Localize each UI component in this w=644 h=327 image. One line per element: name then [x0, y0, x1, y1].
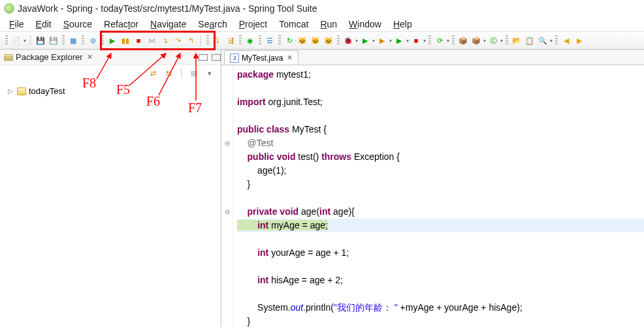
- drop-frame-button[interactable]: ⤵: [212, 35, 223, 46]
- link-editor-icon[interactable]: ⇆: [163, 67, 174, 79]
- toggle-button[interactable]: ▦: [67, 35, 79, 46]
- package-explorer-panel: Package Explorer ✕ ⇄ ⇆ ▤ ▾ ▷ todayTest: [0, 50, 221, 327]
- new-button[interactable]: 📄: [10, 35, 22, 46]
- package-explorer-title: Package Explorer: [16, 52, 83, 62]
- menu-help[interactable]: Help: [388, 18, 417, 31]
- menu-run[interactable]: Run: [315, 18, 342, 31]
- resume-button[interactable]: ▶: [106, 35, 118, 46]
- step-filter-button[interactable]: ⇶: [225, 35, 236, 46]
- project-folder-icon: [17, 87, 26, 95]
- svg-rect-1: [5, 54, 12, 56]
- relaunch-button[interactable]: ⟳: [434, 35, 445, 46]
- open-task-button[interactable]: 📋: [524, 35, 536, 46]
- coverage-button[interactable]: ▶: [393, 35, 405, 46]
- menu-window[interactable]: Window: [344, 18, 387, 31]
- code-content[interactable]: package mytest1; import org.junit.Test; …: [233, 65, 644, 327]
- tab-close-icon[interactable]: ✕: [287, 54, 293, 62]
- terminate-button[interactable]: ■: [133, 35, 144, 46]
- save-button[interactable]: 💾: [35, 35, 46, 46]
- package-explorer-toolbar: ⇄ ⇆ ▤ ▾: [0, 65, 221, 81]
- open-type-button[interactable]: 📂: [511, 35, 523, 46]
- maximize-icon[interactable]: [212, 54, 221, 61]
- editor-tab-label: MyTest.java: [242, 54, 283, 63]
- menu-edit[interactable]: Edit: [31, 18, 57, 31]
- main-area: Package Explorer ✕ ⇄ ⇆ ▤ ▾ ▷ todayTest J…: [0, 50, 644, 327]
- editor-tabs: J MyTest.java ✕: [221, 50, 644, 65]
- new-package-button[interactable]: 📦: [457, 35, 469, 46]
- step-return-button[interactable]: ↰: [185, 35, 197, 46]
- editor-tab[interactable]: J MyTest.java ✕: [224, 50, 298, 65]
- java-file-icon: J: [230, 54, 239, 63]
- project-node[interactable]: ▷ todayTest: [3, 85, 218, 97]
- menu-project[interactable]: Project: [234, 18, 273, 31]
- package-explorer-header: Package Explorer ✕: [0, 50, 221, 65]
- run-button[interactable]: ▶: [359, 35, 371, 46]
- app-icon: [4, 3, 14, 14]
- menubar: FileEditSourceRefactorNavigateSearchProj…: [0, 17, 644, 31]
- new-type-button[interactable]: 📦: [470, 35, 482, 46]
- debug-button[interactable]: 🐞: [342, 35, 354, 46]
- menu-search[interactable]: Search: [193, 18, 232, 31]
- tomcat-start-button[interactable]: 🐱: [297, 35, 308, 46]
- code-gutter: ⊖⊖: [221, 65, 233, 327]
- suspend-button[interactable]: ▮▮: [120, 35, 131, 46]
- forward-button[interactable]: ▶: [573, 35, 585, 46]
- package-explorer-icon: [4, 53, 13, 62]
- menu-file[interactable]: File: [4, 18, 29, 31]
- editor-panel: J MyTest.java ✕ ⊖⊖ package mytest1; impo…: [221, 50, 644, 327]
- run-last-button[interactable]: ▶: [376, 35, 388, 46]
- list-button[interactable]: ☰: [264, 35, 276, 46]
- menu-tomcat[interactable]: Tomcat: [274, 18, 314, 31]
- project-label: todayTest: [29, 86, 65, 96]
- focus-icon[interactable]: ▤: [188, 67, 200, 79]
- minimize-icon[interactable]: [199, 54, 208, 61]
- disconnect-button[interactable]: ⋈: [146, 35, 157, 46]
- skip-breakpoints-button[interactable]: ⊘: [87, 35, 99, 46]
- expand-caret-icon[interactable]: ▷: [8, 87, 14, 95]
- menu-refactor[interactable]: Refactor: [99, 18, 144, 31]
- menu-source[interactable]: Source: [58, 18, 97, 31]
- titlebar: JavaWork - Spring - todayTest/src/mytest…: [0, 0, 644, 17]
- toolbar-grip: [5, 35, 8, 46]
- window-title: JavaWork - Spring - todayTest/src/mytest…: [18, 3, 317, 14]
- menu-navigate[interactable]: Navigate: [145, 18, 191, 31]
- stop-button[interactable]: ■: [410, 35, 422, 46]
- step-into-button[interactable]: ↴: [159, 35, 170, 46]
- tomcat-stop-button[interactable]: 🐱: [310, 35, 321, 46]
- new-class-button[interactable]: Ⓒ: [487, 35, 499, 46]
- view-menu-icon[interactable]: ▾: [204, 67, 216, 79]
- code-area[interactable]: ⊖⊖ package mytest1; import org.junit.Tes…: [221, 65, 644, 327]
- spring-button[interactable]: ◉: [244, 35, 256, 46]
- step-over-button[interactable]: ↷: [172, 35, 184, 46]
- close-icon[interactable]: ✕: [87, 53, 93, 61]
- save-all-button[interactable]: 💾: [48, 35, 59, 46]
- toolbar: 📄▾ 💾 💾 ▦ ⊘ ▶ ▮▮ ■ ⋈ ↴ ↷ ↰ ⤵ ⇶ ◉ ☰ ↻ 🐱 🐱 …: [0, 31, 644, 50]
- collapse-all-icon[interactable]: ⇄: [147, 67, 159, 79]
- package-tree: ▷ todayTest: [0, 81, 221, 101]
- refresh-button[interactable]: ↻: [283, 35, 295, 46]
- search-button[interactable]: 🔍: [537, 35, 549, 46]
- tomcat-restart-button[interactable]: 🐱: [323, 35, 334, 46]
- back-button[interactable]: ◀: [560, 35, 572, 46]
